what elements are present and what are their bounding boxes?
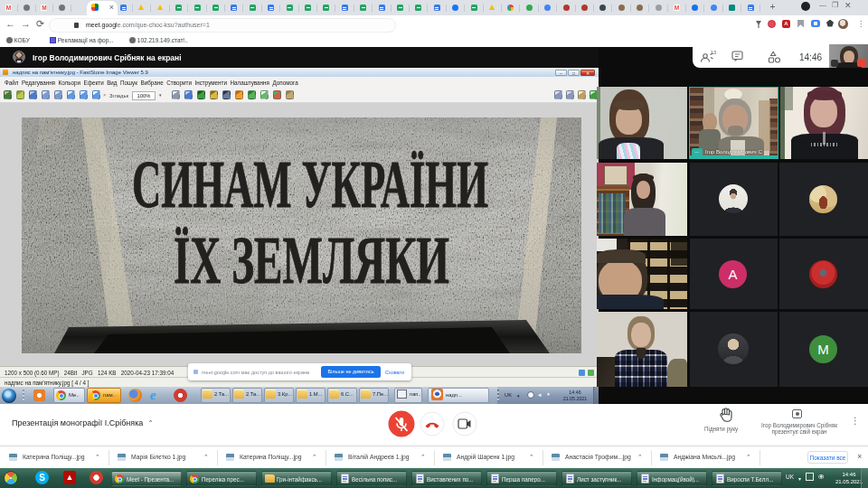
svg-text:14:46: 14:46 <box>799 52 822 62</box>
svg-text:13: 13 <box>711 50 716 55</box>
svg-text:СИНАМ УКРАЇНИ: СИНАМ УКРАЇНИ <box>132 147 488 221</box>
svg-text:ЇХ ЗЕМЛЯКИ: ЇХ ЗЕМЛЯКИ <box>174 223 449 297</box>
